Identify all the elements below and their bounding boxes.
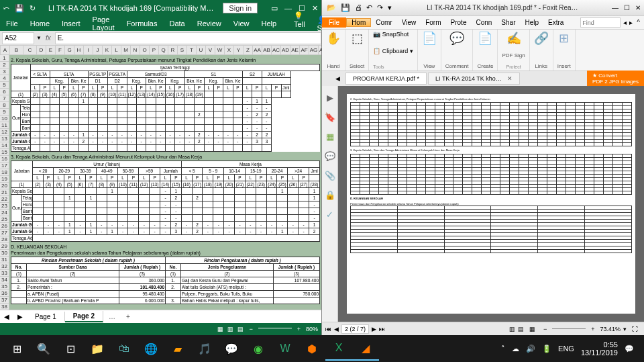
row-28[interactable]: 28 [0, 236, 9, 243]
sheet-page1[interactable]: Page 1 [27, 312, 65, 322]
col-aa[interactable]: AA [253, 46, 262, 54]
col-ab[interactable]: AB [262, 46, 272, 54]
zoom-out[interactable]: − [249, 326, 252, 332]
row-6[interactable]: 6 [0, 89, 9, 95]
sheet-page2[interactable]: Page 2 [65, 311, 103, 322]
battery-icon[interactable]: 🔋 [542, 345, 551, 353]
row-5[interactable]: 5 [0, 82, 9, 89]
snapshot-button[interactable]: 📷 SnapShot [373, 31, 409, 38]
app-explorer[interactable]: 📁 [84, 336, 111, 361]
menu-protect[interactable]: Prote [446, 19, 472, 26]
col-e[interactable]: E [46, 46, 56, 54]
row-31[interactable]: 31 [0, 257, 9, 263]
app-foxit[interactable]: ◢ [352, 336, 379, 361]
col-a[interactable]: A [1, 46, 10, 54]
menu-home[interactable]: Hom [346, 18, 371, 27]
row-18[interactable]: 18 [0, 169, 9, 176]
col-h[interactable]: H [74, 46, 84, 54]
search-icon[interactable]: 🔍 [30, 336, 57, 361]
autosave-icon[interactable]: ⤺ [3, 4, 9, 13]
attachments-icon[interactable]: 📎 [325, 171, 335, 181]
tab-help[interactable]: Help [255, 19, 282, 28]
pdf-tab-2[interactable]: LI TK-RA 2014 TK kho…✕ [428, 73, 520, 85]
col-af[interactable]: AF [300, 46, 309, 54]
col-j[interactable]: J [93, 46, 103, 54]
tab-review[interactable]: Review [191, 19, 227, 28]
col-r[interactable]: R [168, 46, 178, 54]
row-1[interactable]: 1 [0, 55, 9, 62]
tab-formulas[interactable]: Formulas [121, 19, 164, 28]
page-input[interactable]: 2 (2 / 7) [341, 324, 369, 334]
menu-help[interactable]: Help [520, 19, 543, 26]
app-excel[interactable]: X [325, 336, 352, 361]
last-page-icon[interactable]: ⏭ [379, 326, 385, 332]
col-ae[interactable]: AE [290, 46, 300, 54]
zoom-in-icon[interactable]: + [591, 326, 594, 332]
row-3[interactable]: 3 [0, 69, 9, 75]
tab-view[interactable]: View [227, 19, 256, 28]
row-16[interactable]: 16 [0, 156, 9, 163]
ribbon-opts-icon[interactable]: ▭ [271, 4, 278, 13]
zoom-dropdown-icon[interactable]: ▾ [623, 326, 627, 332]
clipboard-button[interactable]: 📋 Clipboard ▾ [373, 48, 413, 54]
col-ac[interactable]: AC [272, 46, 281, 54]
tab-file[interactable]: File [0, 19, 24, 28]
app-line[interactable]: ◉ [245, 336, 272, 361]
row-19[interactable]: 19 [0, 176, 9, 183]
col-s[interactable]: S [178, 46, 187, 54]
col-q[interactable]: Q [159, 46, 168, 54]
volume-icon[interactable]: 🔊 [526, 345, 535, 353]
pdf-tab-1[interactable]: PROGRAM KERJA.pdf * [345, 73, 427, 85]
sheet-add[interactable]: + [121, 312, 136, 322]
menu-extras[interactable]: Extra [543, 19, 568, 26]
close-tab-icon[interactable]: ✕ [507, 75, 513, 82]
close-icon[interactable]: ✕ [312, 4, 318, 13]
row-38[interactable]: 38 [0, 304, 9, 310]
sheet-nav-right[interactable]: ▶ [13, 313, 27, 320]
row-26[interactable]: 26 [0, 223, 9, 230]
close-icon[interactable]: ✕ [635, 4, 641, 11]
redo-icon[interactable]: ↷ [377, 3, 383, 11]
row-12[interactable]: 12 [0, 129, 9, 136]
zoom-slider[interactable] [258, 328, 292, 328]
col-b[interactable]: B [10, 46, 23, 54]
comment-icon[interactable]: 💬 [449, 31, 464, 46]
find-input[interactable] [580, 17, 621, 28]
row-25[interactable]: 25 [0, 216, 9, 223]
app-chrome[interactable]: 🌐 [138, 336, 164, 361]
row-14[interactable]: 14 [0, 142, 9, 149]
row-22[interactable]: 22 [0, 196, 9, 203]
row-7[interactable]: 7 [0, 95, 9, 102]
next-page-icon[interactable]: ▶ [372, 326, 376, 332]
onedrive-icon[interactable]: ☁ [512, 345, 519, 353]
col-v[interactable]: V [206, 46, 215, 54]
thumbnails-icon[interactable]: ▦ [326, 132, 334, 142]
row-37[interactable]: 37 [0, 297, 9, 304]
view-icon[interactable]: 📄 [422, 31, 437, 46]
col-k[interactable]: K [103, 46, 112, 54]
lang-indicator[interactable]: ENG [558, 345, 574, 353]
save-icon[interactable]: 💾 [15, 4, 24, 13]
prev-page-icon[interactable]: ◀ [334, 326, 339, 332]
security-icon[interactable]: ✓ [326, 210, 333, 220]
name-box[interactable] [2, 32, 34, 44]
row-17[interactable]: 17 [0, 163, 9, 169]
row-24[interactable]: 24 [0, 210, 9, 216]
fullscreen-icon[interactable]: ⛶ [632, 326, 638, 332]
view-layout-icon[interactable]: ▥ [227, 326, 233, 332]
find-next-icon[interactable]: ▸ [629, 19, 633, 26]
menu-share[interactable]: Shar [496, 19, 520, 26]
sidebar-toggle-icon[interactable]: ▶ [327, 93, 333, 103]
signin-button[interactable]: Sign in [223, 3, 258, 13]
save-icon[interactable]: 💾 [341, 3, 350, 11]
layout-single-icon[interactable]: ▤ [518, 326, 524, 332]
qat-more-icon[interactable]: ▾ [388, 3, 392, 11]
row-29[interactable]: 29 [0, 243, 9, 250]
row-8[interactable]: 8 [0, 102, 9, 109]
col-w[interactable]: W [215, 46, 225, 54]
undo-icon[interactable]: ↶ [366, 3, 372, 11]
zoom-level[interactable]: 80% [306, 326, 318, 332]
tab-pagelayout[interactable]: Page Layout [87, 15, 121, 32]
links-icon[interactable]: 🔗 [534, 31, 549, 46]
app-sublime[interactable]: ▰ [164, 336, 191, 361]
